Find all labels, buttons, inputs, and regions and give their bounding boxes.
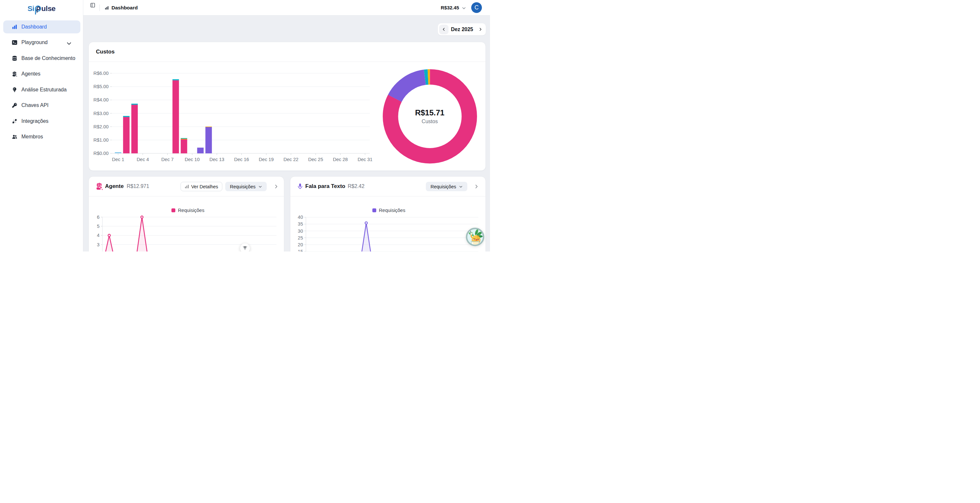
svg-text:6: 6 xyxy=(97,215,100,220)
svg-text:15: 15 xyxy=(298,249,303,252)
svg-text:R$3.00: R$3.00 xyxy=(93,111,108,116)
svg-text:30: 30 xyxy=(298,229,303,234)
svg-text:R$5.00: R$5.00 xyxy=(93,84,108,89)
svg-text:Dec 31: Dec 31 xyxy=(358,157,372,162)
svg-text:3: 3 xyxy=(97,242,100,247)
svg-text:ulse: ulse xyxy=(41,5,56,13)
svg-text:Dec 1: Dec 1 xyxy=(112,157,124,162)
svg-text:Dec 10: Dec 10 xyxy=(185,157,200,162)
svg-text:Dec 28: Dec 28 xyxy=(333,157,348,162)
svg-text:5: 5 xyxy=(97,224,100,229)
svg-text:Dec 7: Dec 7 xyxy=(161,157,174,162)
svg-text:Dec 13: Dec 13 xyxy=(209,157,224,162)
svg-text:R$4.00: R$4.00 xyxy=(93,97,108,102)
svg-text:25: 25 xyxy=(298,235,303,240)
svg-text:R$2.00: R$2.00 xyxy=(93,124,108,129)
svg-text:Si: Si xyxy=(27,5,34,13)
svg-text:R$6.00: R$6.00 xyxy=(93,71,108,76)
svg-text:Dec 4: Dec 4 xyxy=(137,157,149,162)
svg-text:40: 40 xyxy=(298,215,303,220)
svg-text:R$0.00: R$0.00 xyxy=(93,151,108,156)
svg-text:2: 2 xyxy=(97,251,100,252)
svg-text:35: 35 xyxy=(298,221,303,226)
svg-text:Dec 22: Dec 22 xyxy=(283,157,299,162)
svg-text:Dec 16: Dec 16 xyxy=(234,157,249,162)
svg-text:Dec 25: Dec 25 xyxy=(308,157,323,162)
svg-text:20: 20 xyxy=(298,242,303,247)
svg-text:4: 4 xyxy=(97,233,100,238)
svg-text:R$1.00: R$1.00 xyxy=(93,137,108,143)
svg-text:Dec 19: Dec 19 xyxy=(259,157,274,162)
